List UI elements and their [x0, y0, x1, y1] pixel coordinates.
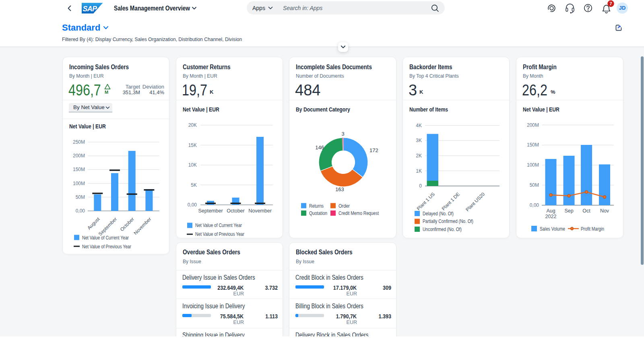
svg-text:Delayed (No. Of): Delayed (No. Of) — [423, 211, 454, 217]
svg-text:Profit Margin: Profit Margin — [581, 226, 604, 232]
svg-text:163: 163 — [335, 186, 344, 192]
svg-text:Credit Memo Request: Credit Memo Request — [339, 210, 379, 216]
svg-text:15K: 15K — [188, 142, 197, 148]
svg-text:200M: 200M — [527, 122, 539, 128]
svg-text:1K: 1K — [416, 168, 422, 174]
svg-text:Net Value of Current Year: Net Value of Current Year — [82, 235, 129, 241]
svg-text:5K: 5K — [191, 182, 197, 188]
svg-text:0,00: 0,00 — [76, 208, 85, 214]
svg-text:SAP: SAP — [83, 5, 97, 13]
svg-text:0,00: 0,00 — [188, 202, 197, 208]
svg-text:Unconfirmed (No. Of): Unconfirmed (No. Of) — [423, 227, 462, 232]
svg-text:November: November — [132, 216, 152, 236]
svg-text:100M: 100M — [73, 181, 85, 186]
svg-text:Net Value of Current Year: Net Value of Current Year — [195, 223, 242, 228]
svg-text:Oct: Oct — [582, 208, 590, 214]
svg-text:0: 0 — [419, 183, 422, 189]
svg-text:Sep: Sep — [564, 208, 573, 214]
svg-text:Net Value of Previous Year: Net Value of Previous Year — [82, 244, 131, 250]
svg-text:10K: 10K — [188, 162, 197, 168]
svg-text:September: September — [97, 216, 118, 237]
svg-text:Returns: Returns — [309, 203, 324, 209]
svg-text:3K: 3K — [416, 138, 422, 143]
svg-text:50M: 50M — [76, 194, 85, 200]
svg-text:Plant 1 DE: Plant 1 DE — [441, 191, 461, 211]
svg-text:50M: 50M — [530, 182, 539, 188]
svg-text:100M: 100M — [527, 162, 539, 168]
svg-text:Sales Volume: Sales Volume — [540, 226, 565, 232]
svg-text:September: September — [198, 208, 223, 214]
svg-text:150M: 150M — [73, 167, 85, 172]
svg-text:150M: 150M — [527, 142, 539, 148]
svg-text:Partially Confirmed (No. Of): Partially Confirmed (No. Of) — [423, 219, 473, 224]
svg-text:7: 7 — [609, 1, 612, 6]
svg-text:Nov: Nov — [600, 208, 609, 214]
svg-text:Net Value of Previous Year: Net Value of Previous Year — [195, 231, 244, 237]
svg-text:146: 146 — [315, 144, 324, 151]
svg-text:2022: 2022 — [545, 214, 557, 219]
svg-text:2K: 2K — [416, 153, 422, 159]
svg-text:Aug: Aug — [546, 208, 555, 214]
svg-text:Plant 1 US: Plant 1 US — [416, 191, 436, 211]
svg-text:October: October — [119, 216, 135, 232]
svg-text:4K: 4K — [416, 123, 422, 128]
svg-text:20K: 20K — [188, 122, 197, 128]
svg-text:October: October — [227, 208, 244, 214]
svg-text:Plant US20: Plant US20 — [464, 191, 486, 212]
svg-text:August: August — [86, 216, 101, 231]
svg-text:200M: 200M — [73, 153, 85, 159]
svg-text:Order: Order — [339, 203, 350, 209]
svg-text:250M: 250M — [73, 139, 85, 145]
svg-text:Quotation: Quotation — [309, 210, 327, 216]
svg-text:November: November — [248, 208, 272, 214]
svg-text:3: 3 — [341, 131, 344, 137]
svg-text:172: 172 — [369, 147, 378, 153]
svg-text:0,00: 0,00 — [530, 202, 539, 208]
